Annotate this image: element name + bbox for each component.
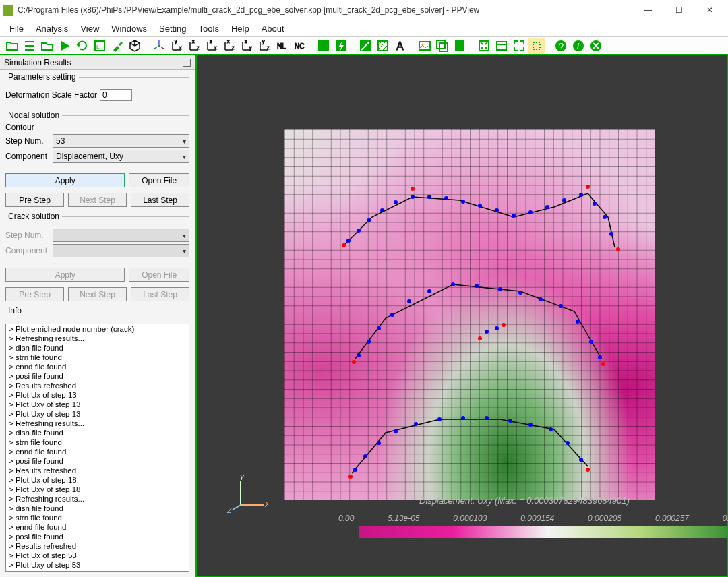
svg-point-99 xyxy=(495,326,499,330)
crack-step-combo: ▾ xyxy=(53,229,189,242)
crack-open-button: Open File xyxy=(129,268,189,282)
svg-text:?: ? xyxy=(559,41,564,51)
nodal-next-button[interactable]: Next Step xyxy=(68,193,127,207)
view-xz2-icon[interactable]: xz xyxy=(221,38,237,54)
folder-icon[interactable] xyxy=(39,38,55,54)
hatch-icon[interactable] xyxy=(375,38,391,54)
svg-text:y: y xyxy=(262,39,265,44)
log-icon[interactable]: L xyxy=(92,38,108,54)
menu-setting[interactable]: Setting xyxy=(154,22,191,35)
deform-label: Deformation Scale Factor xyxy=(5,90,97,100)
nodal-component-label: Component xyxy=(5,152,50,161)
log-line: > Plot Uxy of step 18 xyxy=(9,485,186,494)
chevron-down-icon: ▾ xyxy=(183,153,186,160)
svg-point-85 xyxy=(377,441,381,445)
calculator-icon[interactable] xyxy=(452,38,468,54)
log-line: > strn file found xyxy=(9,353,186,362)
svg-point-31 xyxy=(461,46,462,47)
help-icon[interactable]: ? xyxy=(553,38,569,54)
view-yz-icon[interactable]: yz xyxy=(256,38,272,54)
view-xy-icon[interactable]: yx xyxy=(169,38,185,54)
svg-point-75 xyxy=(518,291,522,295)
info-log[interactable]: > Plot Svm of step 6> Plot Uxy of step 6… xyxy=(5,324,189,572)
maximize-button[interactable]: ☐ xyxy=(663,1,694,20)
svg-point-69 xyxy=(390,313,394,317)
nodal-step-combo[interactable]: 53▾ xyxy=(53,134,189,148)
list-icon[interactable] xyxy=(22,38,38,54)
colorbar xyxy=(359,526,728,538)
nodal-prev-button[interactable]: Pre Step xyxy=(5,193,64,207)
svg-point-94 xyxy=(566,441,570,445)
expand-icon[interactable] xyxy=(511,38,527,54)
brush-icon[interactable] xyxy=(109,38,125,54)
fit-icon[interactable] xyxy=(476,38,492,54)
menu-windows[interactable]: Windows xyxy=(106,22,152,35)
svg-point-64 xyxy=(586,185,590,189)
log-line: > Plot Uxy of step 13 xyxy=(9,400,186,409)
svg-point-45 xyxy=(367,218,371,222)
menu-about[interactable]: About xyxy=(256,22,290,35)
menu-help[interactable]: Help xyxy=(226,22,255,35)
view-xz-icon[interactable]: xz xyxy=(186,38,202,54)
diag-icon[interactable] xyxy=(357,38,373,54)
svg-text:x: x xyxy=(227,39,230,44)
target-icon[interactable] xyxy=(315,38,332,54)
nl-icon[interactable]: NL xyxy=(274,38,290,54)
nodal-apply-button[interactable]: Apply xyxy=(5,173,125,187)
image-icon[interactable] xyxy=(417,38,433,54)
menu-analysis[interactable]: Analysis xyxy=(30,22,73,35)
text-icon[interactable]: A xyxy=(392,38,408,54)
svg-point-50 xyxy=(444,196,448,200)
view-zx-icon[interactable]: zx xyxy=(204,38,220,54)
minimize-button[interactable]: — xyxy=(632,1,663,20)
svg-point-76 xyxy=(539,297,543,301)
svg-point-30 xyxy=(459,46,460,47)
svg-point-74 xyxy=(498,287,502,291)
log-line: > Plot Ux of step 18 xyxy=(9,475,186,485)
menu-view[interactable]: View xyxy=(75,22,104,35)
log-line: > ennd file found xyxy=(9,447,186,456)
menu-bar: File Analysis View Windows Setting Tools… xyxy=(0,20,728,36)
svg-text:z: z xyxy=(267,45,270,50)
nodal-group-label: Nodal solution xyxy=(5,111,62,120)
colorbar-ticks: 0.00 5.13e-05 0.000103 0.000154 0.000205… xyxy=(338,514,728,523)
view-zy-icon[interactable]: zy xyxy=(239,38,255,54)
cancel-icon[interactable] xyxy=(588,38,604,54)
info-icon[interactable]: i xyxy=(570,38,586,54)
open-file-icon[interactable] xyxy=(4,38,20,54)
nc-icon[interactable]: NC xyxy=(291,38,307,54)
refresh-icon[interactable] xyxy=(74,38,90,54)
lightning-icon[interactable] xyxy=(333,38,349,54)
cube-icon[interactable] xyxy=(127,38,143,54)
toolbar: L yx xz zx xz zy yz NL NC A ? i xyxy=(0,36,728,55)
svg-point-100 xyxy=(478,336,482,340)
nodal-open-button[interactable]: Open File xyxy=(129,173,189,187)
panel-header: Simulation Results xyxy=(0,55,195,70)
svg-point-79 xyxy=(589,340,593,344)
svg-point-68 xyxy=(377,326,381,330)
log-line: > Refreshing results... xyxy=(9,419,186,428)
svg-text:x: x xyxy=(192,39,195,44)
log-line: > ennd file found xyxy=(9,522,186,532)
window-icon[interactable] xyxy=(493,38,510,54)
close-button[interactable]: ✕ xyxy=(694,1,725,20)
panel-undock-icon[interactable] xyxy=(183,59,191,67)
svg-point-44 xyxy=(357,229,361,233)
svg-point-91 xyxy=(508,419,512,423)
play-icon[interactable] xyxy=(57,38,73,54)
menu-file[interactable]: File xyxy=(4,22,29,35)
svg-text:x: x xyxy=(179,45,182,50)
nodal-component-combo[interactable]: Displacement, Uxy▾ xyxy=(53,150,189,163)
svg-point-73 xyxy=(475,284,479,288)
gallery-icon[interactable] xyxy=(434,38,450,54)
menu-tools[interactable]: Tools xyxy=(193,22,224,35)
crack-next-button: Next Step xyxy=(68,287,127,301)
log-line: > posi file found xyxy=(9,532,186,541)
svg-text:y: y xyxy=(249,45,252,51)
deform-input[interactable] xyxy=(100,89,132,101)
axis3d-icon[interactable] xyxy=(151,38,167,54)
viewport[interactable]: Y X Z Displacement, Uxy (Max. = 0.000307… xyxy=(195,55,728,577)
log-line: > strn file found xyxy=(9,437,186,447)
nodal-last-button[interactable]: Last Step xyxy=(131,193,189,207)
select-icon[interactable] xyxy=(528,38,545,54)
